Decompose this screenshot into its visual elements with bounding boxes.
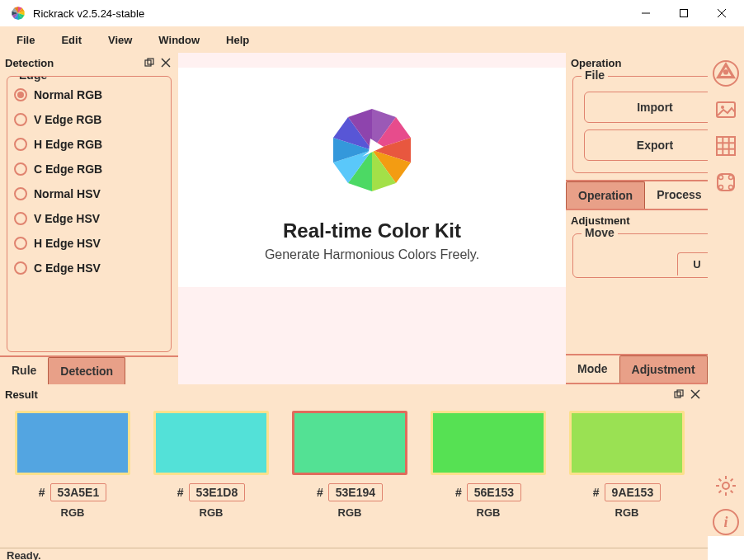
move-legend: Move — [582, 226, 618, 239]
swatch-row: #53A5E1RGB#53E1D8RGB#53E194RGB#56E153RGB… — [0, 404, 708, 525]
menu-window[interactable]: Window — [148, 31, 210, 49]
hex-value[interactable]: 53E194 — [328, 483, 383, 501]
adjustment-title: Adjustment — [571, 214, 706, 227]
radio-c-edge-hsv[interactable]: C Edge HSV — [14, 261, 164, 275]
detection-panel: Detection Edge Normal RGBV Edge RGBH Edg… — [0, 53, 178, 384]
svg-line-37 — [731, 479, 733, 482]
result-panel: Result #53A5E1RGB#53E1D8RGB#53E194RGB#56… — [0, 384, 708, 548]
result-header: Result — [0, 384, 708, 404]
rgb-label: RGB — [615, 506, 639, 519]
swatch: #9AE153RGB — [569, 411, 685, 519]
menu-view[interactable]: View — [98, 31, 142, 49]
statusbar: Ready. — [0, 548, 708, 560]
radio-label: H Edge RGB — [34, 138, 102, 151]
radio-label: V Edge HSV — [34, 212, 100, 225]
swatch: #53E194RGB — [292, 411, 407, 519]
svg-rect-19 — [717, 137, 735, 155]
swatch: #53E1D8RGB — [153, 411, 269, 519]
grid-tool-icon[interactable] — [712, 132, 740, 160]
radio-icon — [14, 237, 27, 250]
status-text: Ready. — [7, 549, 41, 561]
result-title: Result — [5, 388, 670, 401]
operation-title: Operation — [571, 57, 706, 69]
wheel-tool-icon[interactable] — [712, 59, 740, 87]
welcome-sub: Generate Harmonious Colors Freely. — [265, 247, 479, 262]
svg-point-27 — [719, 186, 723, 190]
hex-value[interactable]: 53A5E1 — [50, 483, 107, 501]
tab-mode[interactable]: Mode — [566, 355, 619, 383]
radio-h-edge-hsv[interactable]: H Edge HSV — [14, 237, 164, 250]
svg-rect-24 — [718, 174, 734, 191]
rgb-label: RGB — [200, 506, 224, 519]
rgb-label: RGB — [338, 506, 362, 519]
info-icon[interactable]: i — [712, 508, 740, 536]
svg-point-29 — [723, 482, 729, 489]
maximize-button[interactable] — [665, 0, 703, 26]
close-icon[interactable] — [158, 55, 173, 70]
radio-label: C Edge RGB — [34, 162, 102, 176]
import-button[interactable]: Import — [584, 92, 725, 123]
tab-process[interactable]: Process — [645, 181, 713, 209]
left-tabbar: RuleDetection — [0, 355, 178, 384]
radio-icon — [14, 113, 27, 126]
tool-sidebar: i — [708, 53, 744, 536]
detach-icon[interactable] — [142, 55, 157, 70]
hex-value[interactable]: 56E153 — [467, 483, 521, 501]
tab-detection[interactable]: Detection — [48, 357, 125, 384]
edge-legend: Edge — [16, 76, 50, 82]
menu-edit[interactable]: Edit — [51, 31, 92, 49]
hex-value[interactable]: 53E1D8 — [189, 483, 246, 501]
welcome-heading: Real-time Color Kit — [283, 219, 461, 242]
image-tool-icon[interactable] — [712, 96, 740, 124]
tab-adjustment[interactable]: Adjustment — [619, 355, 708, 383]
color-swatch[interactable] — [153, 411, 269, 475]
radio-label: Normal RGB — [34, 88, 102, 101]
svg-line-34 — [719, 479, 722, 482]
detach-icon[interactable] — [671, 387, 686, 402]
edge-radio-list: Normal RGBV Edge RGBH Edge RGBC Edge RGB… — [12, 85, 166, 278]
color-swatch[interactable] — [292, 411, 407, 475]
svg-line-36 — [719, 491, 722, 493]
svg-point-25 — [719, 176, 723, 180]
color-swatch[interactable] — [15, 411, 130, 475]
radio-icon — [14, 162, 27, 176]
window-title: Rickrack v2.5.24-stable — [33, 7, 627, 20]
hex-value[interactable]: 9AE153 — [605, 483, 662, 501]
radio-icon — [14, 187, 27, 200]
radio-normal-hsv[interactable]: Normal HSV — [14, 187, 164, 200]
color-swatch[interactable] — [569, 411, 685, 475]
radio-label: H Edge HSV — [34, 237, 101, 250]
radio-icon — [14, 138, 27, 151]
menu-file[interactable]: File — [7, 31, 45, 49]
board-tool-icon[interactable] — [712, 168, 740, 196]
rgb-label: RGB — [477, 506, 501, 519]
main-area: Detection Edge Normal RGBV Edge RGBH Edg… — [0, 53, 744, 384]
radio-label: V Edge RGB — [34, 113, 101, 126]
center-canvas: Real-time Color Kit Generate Harmonious … — [178, 53, 566, 384]
radio-normal-rgb[interactable]: Normal RGB — [14, 88, 164, 101]
swatch: #53A5E1RGB — [15, 411, 130, 519]
swatch: #56E153RGB — [431, 411, 546, 519]
radio-v-edge-rgb[interactable]: V Edge RGB — [14, 113, 164, 126]
svg-point-28 — [729, 186, 733, 190]
menu-help[interactable]: Help — [216, 31, 259, 49]
tab-rule[interactable]: Rule — [0, 357, 48, 384]
settings-icon[interactable] — [712, 472, 740, 500]
radio-c-edge-rgb[interactable]: C Edge RGB — [14, 162, 164, 176]
tab-operation[interactable]: Operation — [566, 181, 645, 209]
svg-point-26 — [729, 176, 733, 180]
close-icon[interactable] — [688, 387, 703, 402]
color-swatch[interactable] — [431, 411, 546, 475]
app-icon — [10, 5, 26, 21]
minimize-button[interactable] — [627, 0, 665, 26]
rgb-label: RGB — [61, 506, 85, 519]
close-button[interactable] — [703, 0, 741, 26]
radio-h-edge-rgb[interactable]: H Edge RGB — [14, 138, 164, 151]
export-button[interactable]: Export — [584, 129, 725, 161]
hash-label: # — [177, 486, 184, 499]
radio-v-edge-hsv[interactable]: V Edge HSV — [14, 212, 164, 225]
radio-label: C Edge HSV — [34, 261, 101, 275]
menubar: File Edit View Window Help — [0, 26, 744, 53]
titlebar: Rickrack v2.5.24-stable — [0, 0, 744, 26]
svg-point-18 — [721, 106, 724, 109]
